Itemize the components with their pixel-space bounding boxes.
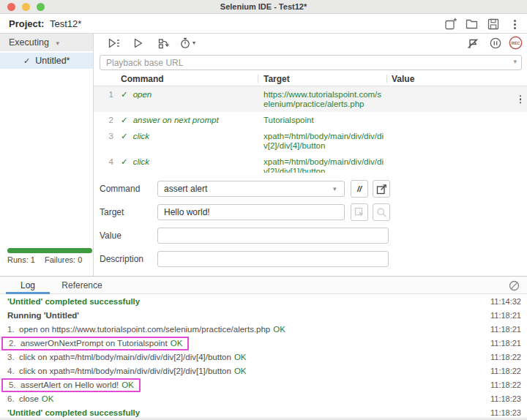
value-input[interactable] [157, 228, 389, 244]
log-entry-content: 4.click on xpath=/html/body/main/div/div… [7, 367, 247, 375]
run-current-test-button[interactable] [134, 37, 143, 50]
commands-table-header: Command Target Value [94, 73, 527, 86]
step-over-button[interactable] [158, 37, 169, 50]
row-command: ✓click [121, 154, 264, 173]
comment-toggle-button[interactable]: // [351, 180, 368, 198]
select-target-button[interactable] [351, 203, 368, 221]
command-row[interactable]: 4✓clickxpath=/html/body/main/div/div/div… [94, 154, 527, 173]
value-field-label: Value [100, 228, 152, 244]
log-entry-content: Running 'Untitled' [7, 311, 79, 320]
command-text: click [133, 157, 149, 166]
target-field-label: Target [100, 204, 152, 220]
log-entry: 'Untitled' completed successfully11:14:3… [0, 295, 527, 309]
log-entry-time: 11:18:21 [490, 323, 521, 337]
disable-breakpoints-button[interactable] [467, 37, 479, 50]
check-icon: ✓ [121, 132, 128, 140]
row-target: https://www.tutorialspoint.com/selenium/… [264, 86, 392, 112]
row-menu-icon[interactable] [518, 94, 523, 105]
log-entry-time: 11:18:21 [490, 309, 521, 323]
description-field-label: Description [100, 251, 152, 267]
description-input[interactable] [157, 251, 389, 267]
runs-count: Runs: 1 [7, 255, 35, 264]
header-spacer [94, 73, 121, 86]
pause-on-exception-button[interactable] [490, 37, 501, 50]
test-state-dropdown[interactable]: Executing ▾ [0, 34, 93, 51]
log-entry-text: click on xpath=/html/body/main/div/div/d… [19, 367, 231, 375]
target-input[interactable] [157, 204, 345, 220]
column-target: Target [264, 73, 392, 86]
column-divider [386, 75, 387, 83]
column-command: Command [121, 73, 264, 86]
command-dropdown-caret-icon[interactable]: ▾ [333, 185, 337, 192]
row-command: ✓answer on next prompt [121, 112, 264, 128]
log-entry-time: 11:18:23 [490, 392, 521, 406]
test-execution-speed-button[interactable] [180, 37, 190, 50]
log-entry-content: 'Untitled' completed successfully [7, 297, 140, 306]
new-project-icon[interactable] [444, 18, 457, 31]
log-entry: 2.answerOnNextPrompt on TutorialspointOK… [0, 337, 527, 350]
row-target: xpath=/html/body/main/div/div/div[2]/div… [264, 128, 392, 154]
log-entry: 1.open on https://www.tutorialspoint.com… [0, 323, 527, 337]
log-entry-status: OK [171, 339, 183, 348]
close-window-button[interactable] [7, 3, 15, 11]
url-dropdown-caret-icon[interactable]: ▾ [513, 58, 517, 65]
row-target: xpath=/html/body/main/div/div/div[2]/div… [264, 154, 392, 173]
log-entry-content: 5.assertAlert on Hello world!OK [1, 378, 141, 392]
sidebar-test-item[interactable]: ✓Untitled* [0, 53, 93, 69]
zoom-window-button[interactable] [37, 3, 45, 11]
tab-reference[interactable]: Reference [56, 277, 108, 294]
command-row[interactable]: 1✓openhttps://www.tutorialspoint.com/sel… [94, 86, 527, 112]
window-title: Selenium IDE - Test12* [0, 0, 527, 14]
test-passed-check-icon: ✓ [23, 56, 30, 65]
open-in-new-window-button[interactable] [373, 180, 390, 198]
row-value [392, 86, 527, 112]
command-row[interactable]: 2✓answer on next promptTutorialspoint [94, 112, 527, 128]
log-entry-number: 2. [9, 338, 20, 349]
column-value: Value [392, 73, 527, 86]
run-all-tests-button[interactable] [108, 37, 120, 50]
failures-count: Failures: 0 [45, 255, 82, 264]
window-controls [7, 3, 45, 11]
log-entry-content: 6.closeOK [7, 394, 53, 403]
log-entry-number: 5. [9, 380, 20, 391]
log-entry-time: 11:14:32 [490, 295, 521, 309]
commands-table-body: 1✓openhttps://www.tutorialspoint.com/sel… [94, 86, 527, 173]
log-panel: Log Reference 'Untitled' completed succe… [0, 276, 527, 420]
command-text: click [133, 132, 149, 140]
command-row[interactable]: 3✓clickxpath=/html/body/main/div/div/div… [94, 128, 527, 154]
minimize-window-button[interactable] [22, 3, 30, 11]
window-bottom-edge [0, 417, 527, 420]
command-input[interactable] [157, 181, 345, 197]
find-target-button[interactable] [373, 203, 390, 221]
column-divider [258, 75, 258, 83]
playback-base-url-input[interactable] [100, 55, 522, 70]
row-value [392, 128, 527, 154]
selenium-ide-window: Selenium IDE - Test12* Project: Test12* … [0, 0, 527, 420]
log-entry: 6.closeOK11:18:23 [0, 392, 527, 406]
more-menu-icon[interactable] [508, 18, 521, 31]
log-entry-time: 11:18:22 [490, 364, 521, 378]
test-name: Untitled* [35, 56, 70, 66]
project-actions [444, 18, 521, 31]
record-button[interactable]: REC [509, 36, 523, 49]
command-field-label: Command [100, 181, 152, 197]
project-name: Test12* [50, 18, 81, 29]
log-entry: 3.click on xpath=/html/body/main/div/div… [0, 350, 527, 364]
log-entry-content: 'Untitled' completed successfully [7, 408, 140, 417]
log-entry: 5.assertAlert on Hello world!OK11:18:22 [0, 378, 527, 392]
project-label: Project: [9, 18, 44, 29]
clear-log-icon[interactable] [509, 280, 520, 291]
test-state-label: Executing [9, 37, 49, 48]
check-icon: ✓ [121, 90, 128, 99]
log-entry-time: 11:18:22 [490, 350, 521, 364]
log-entry-text: answerOnNextPrompt on Tutorialspoint [20, 339, 168, 348]
command-text: answer on next prompt [133, 116, 219, 124]
tab-log[interactable]: Log [6, 277, 50, 294]
chevron-down-icon: ▾ [56, 40, 59, 47]
save-project-icon[interactable] [487, 18, 500, 31]
row-value [392, 154, 527, 173]
open-project-icon[interactable] [466, 18, 479, 31]
check-icon: ✓ [121, 116, 128, 124]
log-entry-text: close [19, 394, 39, 403]
log-entry-content: 2.answerOnNextPrompt on TutorialspointOK [1, 337, 189, 350]
